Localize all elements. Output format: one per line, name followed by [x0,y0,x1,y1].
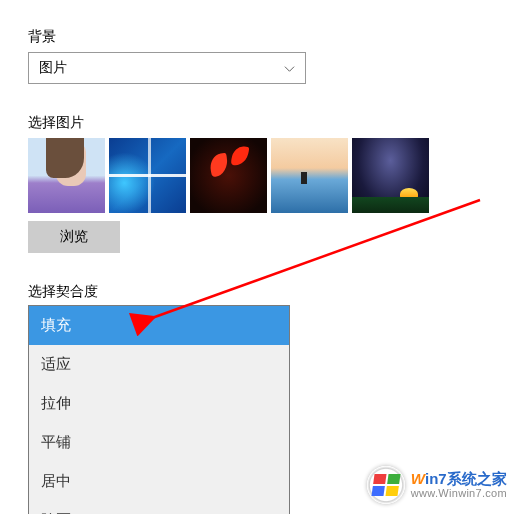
fit-option-span[interactable]: 跨区 [29,501,289,514]
watermark-line1: Win7系统之家 [411,471,507,488]
watermark-line2: www.Winwin7.com [411,487,507,499]
thumbnail-girl-lavender[interactable] [28,138,105,213]
fit-option-fill[interactable]: 填充 [29,306,289,345]
browse-button[interactable]: 浏览 [28,221,120,253]
fit-label: 选择契合度 [28,283,489,301]
fit-dropdown-open[interactable]: 填充 适应 拉伸 平铺 居中 跨区 [28,305,290,514]
fit-option-tile[interactable]: 平铺 [29,423,289,462]
fit-option-stretch[interactable]: 拉伸 [29,384,289,423]
choose-picture-label: 选择图片 [28,114,489,132]
fit-option-fit[interactable]: 适应 [29,345,289,384]
thumbnail-row [28,138,489,213]
thumbnail-windows-default[interactable] [109,138,186,213]
fit-option-center[interactable]: 居中 [29,462,289,501]
watermark: Win7系统之家 www.Winwin7.com [367,466,507,504]
windows-logo-icon [367,466,405,504]
background-dropdown[interactable]: 图片 [28,52,306,84]
background-label: 背景 [28,28,489,46]
thumbnail-tulips-dark[interactable] [190,138,267,213]
chevron-down-icon [284,63,295,74]
thumbnail-beach-sunset[interactable] [271,138,348,213]
thumbnail-night-camp[interactable] [352,138,429,213]
background-dropdown-value: 图片 [39,59,67,77]
